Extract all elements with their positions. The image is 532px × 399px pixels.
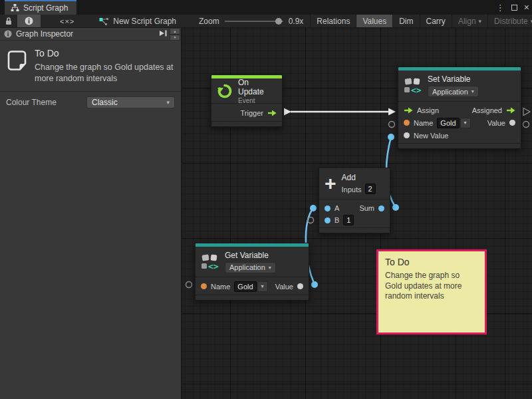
sum-output-port[interactable]: Sum	[359, 204, 384, 212]
tab-bar: Script Graph ⋮ ×	[0, 0, 532, 15]
add-node[interactable]: + Add Inputs 2 A Sum	[319, 168, 390, 233]
chevron-down-icon: ▾	[479, 18, 482, 25]
name-input-port[interactable]: Name Gold ▾	[404, 118, 471, 128]
new-script-graph-label: New Script Graph	[113, 17, 176, 26]
variables-icon: <>	[201, 253, 219, 271]
node-title: Get Variable	[225, 251, 276, 260]
node-footer	[398, 143, 521, 148]
chevron-down-icon: ▾	[471, 88, 474, 94]
wire-trigger-to-assign	[284, 108, 396, 116]
dim-button[interactable]: Dim	[392, 15, 419, 27]
values-button[interactable]: Values	[356, 15, 392, 27]
code-icon: <×>	[60, 17, 74, 25]
assign-input-port[interactable]: Assign	[404, 106, 439, 114]
value-port-dot	[404, 120, 410, 126]
value-port-dot	[297, 283, 303, 289]
relations-button[interactable]: Relations	[310, 15, 356, 27]
name-input-port[interactable]: Name Gold ▾	[201, 281, 268, 292]
unconnected-port-indicator[interactable]	[523, 122, 529, 128]
lock-button[interactable]	[0, 15, 17, 27]
colour-theme-dropdown[interactable]: Classic ▾	[86, 96, 175, 108]
new-script-graph-button[interactable]: New Script Graph	[92, 15, 183, 27]
tab-script-graph[interactable]: Script Graph	[5, 0, 76, 15]
on-update-event-icon	[217, 83, 233, 99]
node-title: Add	[342, 173, 376, 182]
plus-icon: +	[325, 176, 336, 192]
script-graph-icon	[99, 17, 109, 25]
info-icon	[25, 17, 33, 25]
get-variable-node[interactable]: <> Get Variable Application ▾ Name	[195, 243, 309, 301]
carry-button[interactable]: Carry	[420, 15, 452, 27]
unconnected-port-indicator[interactable]	[186, 282, 192, 288]
inspector-toggle-button[interactable]	[17, 15, 41, 27]
graph-toolbar: <×> New Script Graph Zoom 0.9x Relations…	[0, 15, 532, 28]
variable-name-field[interactable]: Gold	[234, 281, 256, 292]
scroll-down-button[interactable]: ▼	[170, 35, 180, 41]
node-title: Set Variable	[428, 74, 479, 84]
inspector-scrollbar: ▲ ▼	[170, 28, 180, 41]
trigger-output-port[interactable]: Trigger	[241, 109, 277, 117]
tab-label: Script Graph	[23, 3, 68, 13]
control-arrow-icon	[404, 107, 413, 114]
value-port-dot	[509, 120, 515, 126]
lock-icon	[5, 17, 13, 25]
variable-name-dropdown[interactable]: ▾	[460, 118, 471, 128]
close-icon[interactable]: ×	[524, 3, 529, 12]
sticky-note-title: To Do	[385, 257, 478, 267]
value-port-dot	[404, 132, 410, 138]
inputs-count-field[interactable]: 2	[365, 184, 376, 194]
node-title: On Update	[238, 78, 277, 96]
value-port-dot	[325, 205, 331, 211]
variable-name-dropdown[interactable]: ▾	[257, 281, 268, 292]
dock-icon[interactable]	[158, 29, 168, 37]
control-arrow-icon	[506, 107, 515, 114]
a-input-port[interactable]: A	[325, 204, 339, 212]
code-preview-button[interactable]: <×>	[54, 15, 80, 27]
scroll-up-button[interactable]: ▲	[170, 28, 180, 35]
graph-canvas[interactable]: On Update Event Trigger	[182, 28, 532, 399]
set-variable-node[interactable]: <> Set Variable Application ▾	[398, 66, 521, 149]
assigned-output-port[interactable]: Assigned	[472, 106, 515, 114]
sticky-note-icon	[6, 49, 28, 72]
value-port-dot	[201, 283, 207, 289]
unconnected-port-indicator[interactable]	[389, 122, 395, 128]
variable-scope-dropdown[interactable]: Application ▾	[225, 262, 276, 273]
zoom-label: Zoom	[199, 17, 219, 26]
inputs-label: Inputs	[342, 186, 362, 194]
sticky-note-text: Change the graph so Gold updates at more…	[385, 271, 477, 302]
zoom-slider[interactable]	[225, 21, 283, 22]
view-buttons: Relations Values Dim Carry Align ▾ Distr…	[310, 15, 532, 27]
unconnected-port-indicator[interactable]	[523, 108, 530, 116]
colour-theme-label: Colour Theme	[6, 98, 86, 107]
chevron-down-icon: ▾	[464, 120, 467, 126]
scope-value: Application	[432, 88, 468, 96]
node-subtitle: Event	[238, 97, 277, 104]
value-output-port[interactable]: Value	[487, 119, 515, 127]
zoom-slider-handle[interactable]	[275, 18, 282, 25]
on-update-node[interactable]: On Update Event Trigger	[211, 74, 283, 127]
sticky-note[interactable]: To Do Change the graph so Gold updates a…	[376, 249, 487, 334]
variable-scope-dropdown[interactable]: Application ▾	[428, 86, 479, 97]
maximize-icon[interactable]	[511, 5, 517, 11]
value-output-port[interactable]: Value	[275, 283, 303, 291]
window-controls: ⋮ ×	[496, 0, 529, 15]
scroll-down-icon: ▼	[174, 35, 177, 39]
value-port-dot	[325, 217, 331, 223]
distribute-button[interactable]: Distribute ▾	[487, 15, 532, 27]
colour-theme-value: Classic	[92, 98, 118, 107]
b-value-field[interactable]: 1	[343, 215, 354, 225]
new-value-input-port[interactable]: New Value	[404, 132, 448, 140]
variables-icon: <>	[404, 77, 422, 94]
graph-inspector-panel: Graph Inspector ▲ ▼ To Do Change the gra…	[0, 28, 182, 399]
colour-theme-row: Colour Theme Classic ▾	[0, 92, 181, 113]
script-graph-window: Script Graph ⋮ × <×>	[0, 0, 532, 399]
graph-tab-icon	[11, 4, 19, 12]
zoom-control: Zoom 0.9x	[192, 15, 310, 27]
window-menu-icon[interactable]: ⋮	[496, 3, 505, 13]
align-button[interactable]: Align ▾	[452, 15, 487, 27]
svg-text:<>: <>	[208, 261, 219, 271]
variable-name-field[interactable]: Gold	[437, 118, 459, 128]
scope-value: Application	[229, 263, 265, 271]
b-input-port[interactable]: B 1	[325, 215, 354, 225]
todo-summary: To Do Change the graph so Gold updates a…	[0, 41, 181, 92]
